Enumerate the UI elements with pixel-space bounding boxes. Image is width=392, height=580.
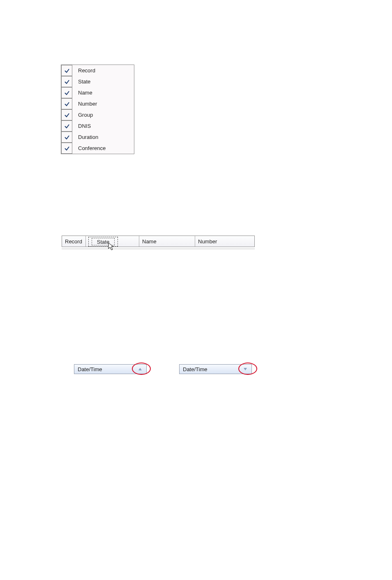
column-option-duration[interactable]: Duration: [61, 132, 134, 143]
annotation-circle: [238, 363, 257, 375]
column-head-name[interactable]: Name: [139, 236, 195, 247]
column-head-record[interactable]: Record: [62, 236, 85, 247]
column-option-label: Name: [72, 90, 92, 96]
column-option-group[interactable]: Group: [61, 109, 134, 120]
column-option-label: DNIS: [72, 123, 91, 129]
annotation-circle: [132, 363, 151, 375]
column-header-bar: Record Name Number State: [62, 236, 255, 249]
column-option-label: Group: [72, 112, 93, 118]
cursor-icon: [108, 243, 115, 251]
check-icon: [61, 65, 72, 76]
column-head-label: Name: [142, 238, 157, 245]
column-head-label: Number: [198, 238, 217, 245]
column-option-label: Number: [72, 101, 97, 107]
check-icon: [61, 132, 72, 143]
check-icon: [61, 120, 72, 132]
column-picker-panel: Record State Name Number Group DNIS Du: [61, 65, 134, 154]
column-option-label: State: [72, 79, 90, 85]
column-head-number[interactable]: Number: [195, 236, 255, 247]
sort-label: Date/Time: [74, 366, 136, 372]
check-icon: [61, 98, 72, 109]
column-option-label: Record: [72, 67, 95, 74]
check-icon: [61, 87, 72, 98]
column-option-record[interactable]: Record: [61, 65, 134, 76]
column-option-dnis[interactable]: DNIS: [61, 120, 134, 132]
column-head-label: Record: [65, 238, 82, 245]
check-icon: [61, 76, 72, 87]
column-option-name[interactable]: Name: [61, 87, 134, 98]
column-option-label: Duration: [72, 134, 98, 140]
sort-label: Date/Time: [180, 366, 242, 372]
column-option-number[interactable]: Number: [61, 98, 134, 109]
check-icon: [61, 143, 72, 154]
column-option-conference[interactable]: Conference: [61, 143, 134, 154]
column-option-label: Conference: [72, 145, 106, 151]
check-icon: [61, 109, 72, 120]
column-option-state[interactable]: State: [61, 76, 134, 87]
